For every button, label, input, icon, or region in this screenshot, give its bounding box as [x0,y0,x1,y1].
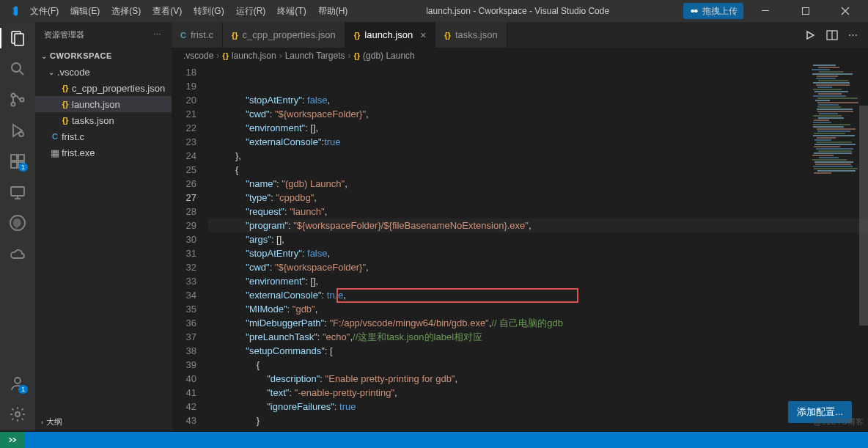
run-icon[interactable] [804,29,816,41]
file-frist-exe[interactable]: ▦frist.exe [35,144,172,161]
svg-point-7 [12,94,15,98]
settings-gear-icon[interactable] [9,405,26,423]
json-icon: {} [59,116,72,125]
svg-rect-2 [762,10,769,11]
menu-item[interactable]: 转到(G) [189,2,228,21]
explorer-icon[interactable] [9,29,26,47]
upload-label: 拖拽上传 [702,5,738,18]
file-tasks-json[interactable]: {}tasks.json [35,112,172,128]
accounts-icon[interactable]: 1 [9,375,26,392]
code-editor[interactable]: 1819202122232425262728293031323334353637… [172,64,868,430]
svg-point-17 [15,378,21,383]
statusbar [0,432,868,448]
outline-section[interactable]: ›大纲 [35,414,68,430]
github-icon[interactable] [9,214,26,232]
search-icon[interactable] [9,60,26,78]
cloud-sync-icon[interactable] [9,245,26,262]
upload-button[interactable]: 拖拽上传 [683,3,743,19]
file-tree: ⌄CWORKSPACE ⌄.vscode {}c_cpp_properties.… [35,48,172,161]
c-file-icon: C [180,31,186,40]
file-launch-json[interactable]: {}launch.json [35,96,172,112]
watermark: @51CTO博客 [814,416,864,427]
remote-explorer-icon[interactable] [9,183,26,201]
more-actions-icon[interactable]: ⋯ [153,30,163,40]
svg-point-1 [694,10,698,13]
source-control-icon[interactable] [9,91,26,109]
menu-item[interactable]: 选择(S) [107,2,145,21]
json-icon: {} [222,51,229,60]
sidebar-header: 资源管理器 ⋯ [35,22,172,48]
svg-point-6 [12,63,21,72]
json-icon: {} [232,31,238,40]
svg-rect-12 [18,155,24,161]
svg-point-0 [691,10,694,13]
folder-vscode[interactable]: ⌄.vscode [35,64,172,80]
remote-indicator-icon[interactable] [0,432,25,448]
svg-rect-3 [802,7,809,14]
workspace-root[interactable]: ⌄CWORKSPACE [35,48,172,64]
json-icon: {} [444,31,451,40]
file-frist-c[interactable]: Cfrist.c [35,128,172,144]
titlebar: 文件(F)编辑(E)选择(S)查看(V)转到(G)运行(R)终端(T)帮助(H)… [0,0,868,22]
close-icon[interactable]: × [420,29,426,41]
menu-item[interactable]: 文件(F) [26,2,63,21]
c-file-icon: C [48,132,62,141]
menu-bar: 文件(F)编辑(E)选择(S)查看(V)转到(G)运行(R)终端(T)帮助(H) [26,2,352,21]
menu-item[interactable]: 运行(R) [232,2,271,21]
json-icon: {} [354,31,361,40]
json-icon: {} [353,51,360,60]
menu-item[interactable]: 终端(T) [273,2,310,21]
activity-bar: 1 1 [0,22,35,430]
vscode-logo-icon [0,5,26,17]
tab-frist-c[interactable]: Cfrist.c [172,22,223,48]
svg-point-9 [21,98,24,102]
window-maximize-icon[interactable] [789,0,823,22]
json-icon: {} [59,84,72,92]
sidebar: 资源管理器 ⋯ ⌄CWORKSPACE ⌄.vscode {}c_cpp_pro… [35,22,172,430]
window-minimize-icon[interactable] [749,0,783,22]
breadcrumb[interactable]: .vscode› {}launch.json› Launch Targets› … [172,48,868,64]
menu-item[interactable]: 编辑(E) [66,2,104,21]
editor: Cfrist.c {}c_cpp_properties.json {}launc… [172,22,868,430]
menu-item[interactable]: 帮助(H) [314,2,353,21]
window-title: launch.json - Cworkspace - Visual Studio… [352,6,683,16]
json-icon: {} [59,100,72,109]
tab-launch-json[interactable]: {}launch.json× [345,22,436,48]
svg-point-10 [19,132,23,136]
tab-cpp-properties[interactable]: {}c_cpp_properties.json [223,22,345,48]
svg-point-8 [12,103,15,106]
svg-rect-15 [11,187,24,196]
sidebar-title: 资源管理器 [44,29,84,40]
extensions-icon[interactable]: 1 [9,153,26,170]
more-icon[interactable]: ⋯ [848,29,858,40]
editor-tabs: Cfrist.c {}c_cpp_properties.json {}launc… [172,22,868,48]
tab-tasks-json[interactable]: {}tasks.json [435,22,507,48]
line-gutter: 1819202122232425262728293031323334353637… [172,64,208,430]
svg-rect-11 [11,155,17,161]
menu-item[interactable]: 查看(V) [148,2,186,21]
svg-rect-13 [11,162,17,168]
split-editor-icon[interactable] [826,29,838,41]
run-debug-icon[interactable] [9,122,26,139]
svg-rect-5 [15,34,23,45]
code-content[interactable]: "stopAtEntry": false, "cwd": "${workspac… [208,64,868,430]
window-close-icon[interactable] [828,0,862,22]
svg-point-18 [15,412,20,416]
minimap[interactable] [808,65,859,197]
active-indicator [0,28,1,48]
scrollbar[interactable] [859,106,868,430]
exe-file-icon: ▦ [48,147,62,158]
file-cpp-properties[interactable]: {}c_cpp_properties.json [35,80,172,96]
